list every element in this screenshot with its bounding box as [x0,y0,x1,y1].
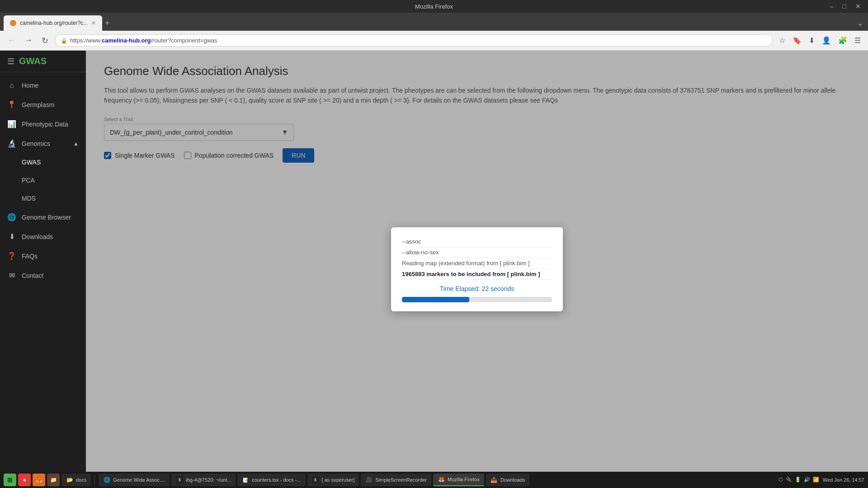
sidebar-item-gwas-label: GWAS [22,159,41,166]
brand-title: GWAS [19,56,47,66]
orange-app-icon: 🦊 [36,477,42,483]
progress-modal: --assoc --allow-no-sex Reading map (exte… [391,227,563,311]
counters-icon: 📝 [242,476,249,483]
firefox-label: Mozilla Firefox [448,477,480,482]
contact-icon: ✉ [7,271,16,280]
tab-bar: camelina-hub.org/router?c... ✕ + ⌄ [0,13,868,31]
app-container: ☰ GWAS ⌂ Home 📍 Germplasm 📊 Phenotypic D… [0,51,868,488]
bluetooth-icon: ⬡ [778,477,783,483]
tab-favicon [10,20,16,26]
taskbar-icon-orange[interactable]: 🦊 [33,474,45,486]
taskbar-left: ⊞ ● 🦊 📁 📂 docs 🌐 Genome Wide Assoc.... $… [4,474,529,486]
minimize-button[interactable]: – [827,2,836,11]
sidebar-item-genomics[interactable]: 🔬 Genomics ▲ [0,134,86,153]
docs-icon: 📂 [66,476,73,483]
recorder-label: SimpleScreenRecorder [375,477,427,483]
download-nav-button[interactable]: ⬇ [806,34,817,47]
time-elapsed: Time Elapsed: 22 seconds [402,285,552,292]
downloads-taskbar-label: Downloads [500,477,525,483]
battery-icon: 🔋 [795,477,801,483]
nav-bar: ← → ↻ 🔒 https://www.camelina-hub.org/rou… [0,31,868,51]
sidebar-item-contact-label: Contact [22,272,43,279]
window-controls: – □ ✕ [827,2,863,11]
taskbar-downloads-taskbar-app[interactable]: 📥 Downloads [486,474,529,486]
taskbar-docs-app[interactable]: 📂 docs [61,474,91,486]
terminal-label: ibg-4@7520: ~/unt... [186,477,231,483]
taskbar-icon-red[interactable]: ● [18,474,31,486]
maximize-button[interactable]: □ [840,2,849,11]
sidebar-item-mds[interactable]: MDS [0,189,86,207]
forward-button[interactable]: → [22,34,35,47]
active-tab[interactable]: camelina-hub.org/router?c... ✕ [4,15,102,31]
url-display: https://www.camelina-hub.org/router?comp… [70,37,217,44]
sidebar-item-pca[interactable]: PCA [0,171,86,189]
genome-browser-icon: 🌐 [7,213,16,221]
nav-actions: ☆ 🔖 ⬇ 👤 🧩 ☰ [776,34,863,47]
taskbar-recorder-app[interactable]: 🎥 SimpleScreenRecorder [361,474,431,486]
superuser-icon: $ [312,476,319,483]
extension-button[interactable]: 🧩 [835,34,850,47]
gwas-app-label: Genome Wide Assoc.... [113,477,165,483]
sidebar-item-home[interactable]: ⌂ Home [0,76,86,95]
launcher-icon: ⊞ [7,476,13,483]
main-content: Genome Wide Association Analysis This to… [86,51,868,488]
pocket-button[interactable]: 🔖 [790,34,804,47]
sidebar-nav: ⌂ Home 📍 Germplasm 📊 Phenotypic Data 🔬 G… [0,72,86,488]
tab-close-button[interactable]: ✕ [91,20,96,26]
profile-button[interactable]: 👤 [819,34,834,47]
new-tab-button[interactable]: + [105,19,110,31]
back-button[interactable]: ← [5,34,18,47]
downloads-icon: ⬇ [7,232,16,241]
downloads-taskbar-icon: 📥 [491,476,498,483]
sidebar-item-phenotypic-data[interactable]: 📊 Phenotypic Data [0,114,86,134]
sidebar-item-downloads[interactable]: ⬇ Downloads [0,227,86,246]
folder-icon: 📁 [50,477,57,483]
sidebar-item-home-label: Home [22,82,38,89]
sidebar-item-downloads-label: Downloads [22,233,53,240]
sidebar-item-genome-browser-label: Genome Browser [22,214,71,221]
taskbar-separator [94,475,95,484]
sidebar-header: ☰ GWAS [0,51,86,72]
sidebar-item-phenotypic-label: Phenotypic Data [22,121,68,128]
sidebar-item-mds-label: MDS [22,195,36,202]
docs-label: docs [76,477,86,483]
sidebar-item-germplasm[interactable]: 📍 Germplasm [0,95,86,114]
taskbar-firefox-app[interactable]: 🦊 Mozilla Firefox [433,474,484,486]
hamburger-icon[interactable]: ☰ [7,56,14,66]
phenotypic-icon: 📊 [7,120,16,128]
close-button[interactable]: ✕ [853,2,863,11]
tab-menu-button[interactable]: ⌄ [857,18,863,31]
sidebar: ☰ GWAS ⌂ Home 📍 Germplasm 📊 Phenotypic D… [0,51,86,488]
sidebar-item-germplasm-label: Germplasm [22,101,54,108]
sidebar-item-contact[interactable]: ✉ Contact [0,266,86,285]
terminal-icon: $ [176,476,183,483]
log-line-1: --allow-no-sex [402,247,552,258]
sidebar-item-genomics-label: Genomics [22,140,50,147]
bookmark-button[interactable]: ☆ [776,34,788,47]
menu-button[interactable]: ☰ [852,34,863,47]
taskbar-counters-app[interactable]: 📝 counters.tsx - docs -... [237,474,305,486]
taskbar-icon-folder[interactable]: 📁 [47,474,60,486]
recorder-icon: 🎥 [365,476,373,483]
faqs-icon: ❓ [7,252,16,260]
system-tray: ⬡ 🔌 🔋 🔊 📶 [778,477,819,483]
sidebar-item-genome-browser[interactable]: 🌐 Genome Browser [0,207,86,227]
taskbar-gwas-app[interactable]: 🌐 Genome Wide Assoc.... [99,474,170,486]
germplasm-icon: 📍 [7,100,16,109]
taskbar-terminal-app[interactable]: $ ibg-4@7520: ~/unt... [171,474,236,486]
sidebar-item-faqs[interactable]: ❓ FAQs [0,246,86,266]
tab-title: camelina-hub.org/router?c... [20,20,88,26]
progress-bar-fill [402,297,469,302]
address-bar[interactable]: 🔒 https://www.camelina-hub.org/router?co… [55,34,773,47]
progress-bar-container [402,297,552,302]
taskbar-superuser-app[interactable]: $ [ as superuser] [307,474,359,486]
sidebar-item-gwas[interactable]: GWAS [0,153,86,171]
red-app-icon: ● [23,477,26,483]
genomics-icon: 🔬 [7,139,16,148]
gwas-app-icon: 🌐 [103,476,110,483]
log-line-2: Reading map (extended format) from [ pli… [402,258,552,269]
taskbar-app-launcher[interactable]: ⊞ [4,474,16,486]
log-line-3: 1965883 markers to be included from [ pl… [402,269,552,280]
reload-button[interactable]: ↻ [39,34,51,47]
superuser-label: [ as superuser] [322,477,355,483]
